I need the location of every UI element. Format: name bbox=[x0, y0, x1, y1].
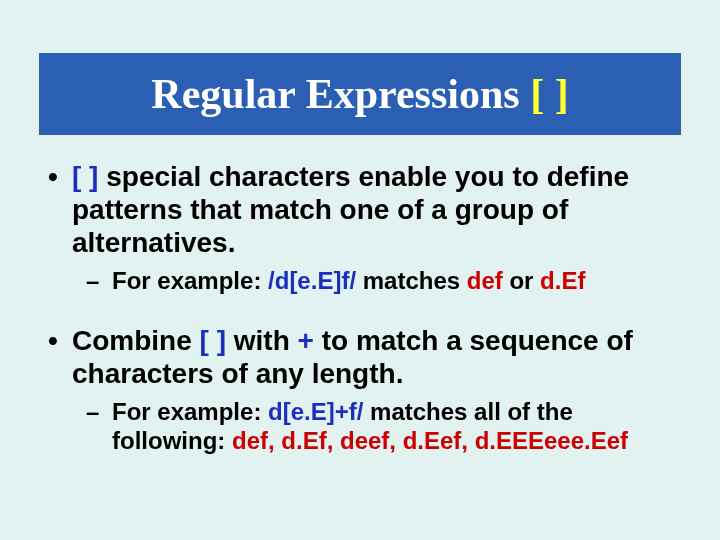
bullet-2-t2: with bbox=[226, 325, 298, 356]
bullet-2-sub: For example: d[e.E]+f/ matches all of th… bbox=[72, 398, 690, 456]
bullet-1-sub-prefix: For example: bbox=[112, 267, 268, 294]
slide-body: [ ] special characters enable you to def… bbox=[40, 160, 690, 474]
bullet-2-sub-prefix: For example: bbox=[112, 398, 268, 425]
bullet-1-sub-pattern: /d[e.E]f/ bbox=[268, 267, 356, 294]
bullet-1-text: special characters enable you to define … bbox=[72, 161, 629, 258]
bullet-2-sub-pattern: d[e.E]+f/ bbox=[268, 398, 363, 425]
bullet-list: [ ] special characters enable you to def… bbox=[40, 160, 690, 456]
bullet-1-bracket: [ ] bbox=[72, 161, 98, 192]
bullet-1-sub-mid: matches bbox=[356, 267, 467, 294]
bullet-2-sub-results: def, d.Ef, deef, d.Eef, d.EEEeee.Eef bbox=[232, 427, 628, 454]
bullet-2-t1: Combine bbox=[72, 325, 200, 356]
title-brackets: [ ] bbox=[530, 71, 568, 117]
bullet-1-sub-or: or bbox=[503, 267, 540, 294]
bullet-2-plus: + bbox=[298, 325, 314, 356]
slide: Regular Expressions [ ] [ ] special char… bbox=[0, 0, 720, 540]
bullet-1: [ ] special characters enable you to def… bbox=[40, 160, 690, 296]
bullet-1-sub: For example: /d[e.E]f/ matches def or d.… bbox=[72, 267, 690, 296]
bullet-2-bracket: [ ] bbox=[200, 325, 226, 356]
bullet-1-sub-list: For example: /d[e.E]f/ matches def or d.… bbox=[72, 267, 690, 296]
bullet-1-sub-result-1: def bbox=[467, 267, 503, 294]
title-main: Regular Expressions bbox=[151, 71, 530, 117]
bullet-2: Combine [ ] with + to match a sequence o… bbox=[40, 324, 690, 456]
slide-title: Regular Expressions [ ] bbox=[151, 70, 568, 118]
bullet-2-sub-list: For example: d[e.E]+f/ matches all of th… bbox=[72, 398, 690, 456]
title-band: Regular Expressions [ ] bbox=[39, 53, 681, 135]
bullet-1-sub-result-2: d.Ef bbox=[540, 267, 585, 294]
